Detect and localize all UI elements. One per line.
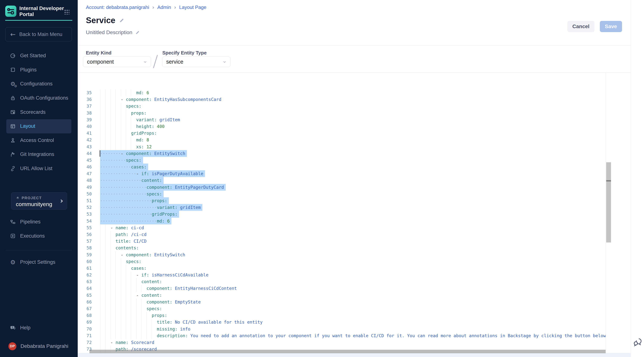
indent-guide <box>100 292 106 299</box>
project-selector-card[interactable]: PROJECT communityeng › <box>11 192 67 210</box>
vertical-scrollbar[interactable] <box>606 162 611 242</box>
save-button[interactable]: Save <box>600 21 622 32</box>
cancel-button[interactable]: Cancel <box>568 21 594 32</box>
code-line[interactable]: 42md: 8 <box>78 137 606 143</box>
code-line[interactable]: 41gridProps: <box>78 130 606 137</box>
breadcrumb-link[interactable]: Admin <box>157 5 171 10</box>
indent-guide <box>152 319 157 325</box>
code-line[interactable]: 38props: <box>78 110 606 116</box>
whitespace-dots: ······················ <box>100 219 157 223</box>
breadcrumb-link[interactable]: Account: debabrata.panigrahi <box>86 5 149 10</box>
code-line[interactable]: 63content: <box>78 278 606 285</box>
code-line[interactable]: 65- content: <box>78 292 606 299</box>
code-line[interactable]: 36- component: EntityHasSubcomponentsCar… <box>78 96 606 103</box>
breadcrumb-link[interactable]: Layout Page <box>179 5 206 10</box>
code-line[interactable]: 46············cases: <box>78 164 606 170</box>
sidebar-item-url-allow-list[interactable]: URL Allow List <box>6 162 71 176</box>
yaml-key: variant: <box>136 117 157 122</box>
indent-guide <box>110 231 116 238</box>
yaml-value: CI/CD <box>131 239 146 244</box>
support-chat-icon[interactable] <box>633 337 643 347</box>
indent-guide <box>116 123 121 130</box>
sidebar-item-access-control[interactable]: Access Control <box>6 133 71 148</box>
svg-text:?: ? <box>12 326 13 329</box>
indent-guide <box>105 143 111 150</box>
code-line[interactable]: 43xs: 12 <box>78 143 606 150</box>
code-line[interactable]: 62- if: isHarnessCiCdAvailable <box>78 272 606 278</box>
sidebar-item-scorecards[interactable]: Scorecards <box>6 105 71 119</box>
indent-guide <box>100 305 106 312</box>
sidebar-item-git-integrations[interactable]: Git Integrations <box>6 147 71 162</box>
code-line[interactable]: 69title: No CI/CD available for this ent… <box>78 319 606 325</box>
code-line[interactable]: 49··················component: EntityPag… <box>78 184 606 191</box>
edit-title-icon[interactable] <box>119 18 124 23</box>
code-line[interactable]: 45··········specs: <box>78 157 606 164</box>
indent-guide <box>116 89 121 96</box>
indent-guide <box>110 265 116 272</box>
sidebar-item-configurations[interactable]: ⚙⚙Configurations <box>6 77 71 91</box>
code-line[interactable]: 57title: CI/CD <box>78 238 606 244</box>
line-number: 67 <box>78 305 92 312</box>
line-number: 65 <box>78 292 92 299</box>
indent-guide <box>110 326 116 332</box>
line-number: 48 <box>78 177 92 184</box>
sidebar-item-help[interactable]: ?Help <box>6 321 71 335</box>
sidebar-item-layout[interactable]: Layout <box>6 119 71 133</box>
code-line[interactable]: 44········- component: EntitySwitch <box>78 150 606 157</box>
code-line[interactable]: 68props: <box>78 312 606 319</box>
code-line[interactable]: 50··················specs: <box>78 191 606 197</box>
code-line[interactable]: 70missing: info <box>78 326 606 332</box>
user-menu[interactable]: DP Debabrata Panigrahi <box>0 339 78 353</box>
entity-type-select[interactable]: service <box>162 57 230 67</box>
project-name: communityeng <box>16 201 52 207</box>
code-line[interactable]: 52······················variant: gridIte… <box>78 204 606 211</box>
code-line[interactable]: 66component: EmptyState <box>78 299 606 305</box>
code-line[interactable]: 71description: You need to add an annota… <box>78 332 606 339</box>
indent-guide <box>126 305 131 312</box>
code-line[interactable]: 37specs: <box>78 103 606 110</box>
sidebar-item-project-settings[interactable]: ⚙Project Settings <box>6 255 71 269</box>
indent-guide <box>116 110 121 116</box>
code-text: - component: EntityHasSubcomponentsCard <box>100 96 222 103</box>
code-line[interactable]: 54······················md: 6 <box>78 218 606 224</box>
module-switcher-icon[interactable] <box>64 9 69 15</box>
code-line[interactable]: 72- name: Scorecard <box>78 339 606 346</box>
sidebar-item-plugins[interactable]: Plugins <box>6 63 71 77</box>
indent-guide <box>110 96 116 103</box>
code-line[interactable]: 48················content: <box>78 177 606 184</box>
code-line[interactable]: 40height: 400 <box>78 123 606 130</box>
code-line[interactable]: 55- name: ci-cd <box>78 224 606 231</box>
indent-guide <box>105 319 111 325</box>
code-line[interactable]: 56path: /ci-cd <box>78 231 606 238</box>
edit-description-icon[interactable] <box>135 30 140 35</box>
code-line[interactable]: 61cases: <box>78 265 606 272</box>
sidebar-item-get-started[interactable]: Get Started <box>6 49 71 63</box>
indent-guide <box>131 319 136 325</box>
line-number: 39 <box>78 116 92 123</box>
code-line[interactable]: 64component: EntityHarnessCiCdContent <box>78 285 606 292</box>
project-settings-icon: ⚙ <box>10 259 16 265</box>
sidebar-item-executions[interactable]: Executions <box>6 229 71 243</box>
harness-idp-logo[interactable] <box>5 6 16 17</box>
back-to-main-menu[interactable]: ← Back to Main Menu <box>5 27 72 42</box>
yaml-editor[interactable]: 35md: 636- component: EntityHasSubcompon… <box>78 73 630 353</box>
code-line[interactable]: 60specs: <box>78 258 606 265</box>
plugins-icon <box>10 67 16 73</box>
code-line[interactable]: 59- component: EntitySwitch <box>78 251 606 258</box>
code-line[interactable]: 35md: 6 <box>78 89 606 96</box>
code-line[interactable]: 51····················props: <box>78 197 606 204</box>
sidebar-item-pipelines[interactable]: Pipelines <box>6 215 71 229</box>
sidebar-item-oauth-configurations[interactable]: OAuth Configurations <box>6 91 71 105</box>
horizontal-scrollbar[interactable] <box>90 350 606 353</box>
indent-guide <box>116 319 121 325</box>
code-line[interactable]: 39variant: gridItem <box>78 116 606 123</box>
code-line[interactable]: 47··············- if: isPagerDutyAvailab… <box>78 170 606 177</box>
code-line[interactable]: 67specs: <box>78 305 606 312</box>
entity-kind-select[interactable]: component <box>83 57 151 67</box>
indent-guide <box>126 312 131 319</box>
code-line[interactable]: 53····················gridProps: <box>78 211 606 217</box>
code-line[interactable]: 58contents: <box>78 244 606 251</box>
indent-guide <box>126 319 131 325</box>
indent-guide <box>136 285 142 292</box>
whitespace-dots: ·················· <box>100 192 146 196</box>
